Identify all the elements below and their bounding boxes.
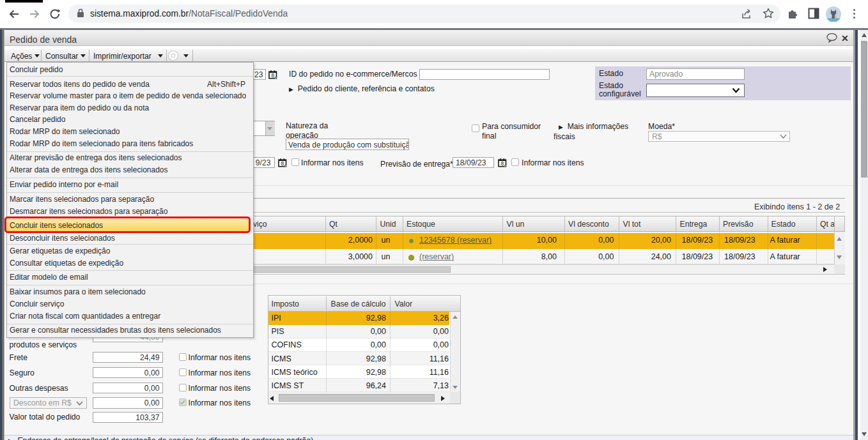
svg-text:8: 8	[281, 160, 284, 167]
svg-text:8: 8	[271, 72, 274, 79]
svg-text:8: 8	[500, 160, 504, 167]
